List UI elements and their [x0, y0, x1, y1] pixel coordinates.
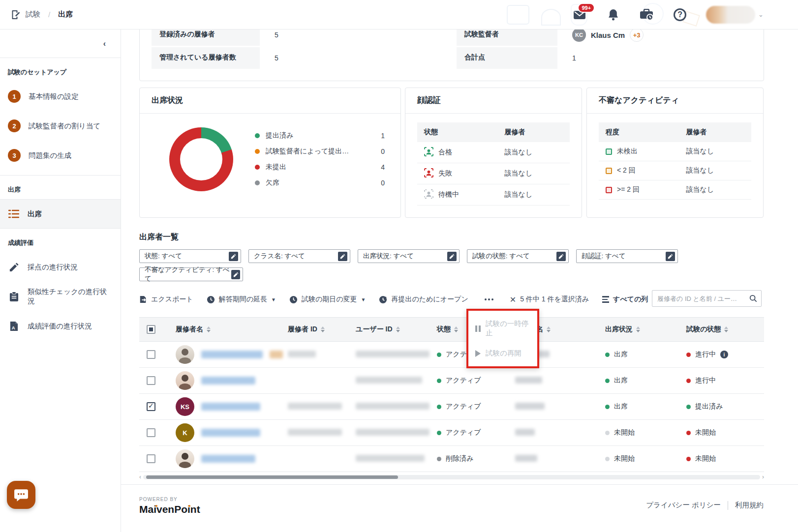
- filter-bar: 状態: すべて クラス名: すべて 出席状況: すべて 試験の状態: すべて 顔…: [139, 249, 700, 281]
- row-checkbox[interactable]: [147, 350, 155, 359]
- export-button[interactable]: エクスポート: [139, 295, 193, 304]
- edit-filter-icon[interactable]: [447, 252, 457, 261]
- scroll-right-arrow[interactable]: ›: [762, 473, 764, 480]
- avatar: KS: [176, 397, 194, 416]
- row-checkbox[interactable]: [147, 402, 155, 411]
- row-checkbox[interactable]: [147, 428, 155, 437]
- collapse-sidebar-button[interactable]: ‹: [103, 39, 106, 48]
- sidebar-item-evaluation-progress[interactable]: A 成績評価の進行状況: [0, 311, 121, 341]
- sidebar-item-label: 試験監督者の割り当て: [29, 121, 100, 131]
- filter-attendance[interactable]: 出席状況: すべて: [358, 249, 460, 263]
- scrollbar-thumb[interactable]: [146, 475, 398, 479]
- breadcrumb-separator: /: [48, 10, 50, 19]
- top-bar: 試験 / 出席 99+ ? ⌄: [0, 0, 798, 30]
- extend-answer-period-button[interactable]: 解答期間の延長 ▼: [207, 295, 276, 304]
- info-icon[interactable]: i: [720, 351, 728, 358]
- class-name-blurred: [515, 403, 545, 410]
- filter-status[interactable]: 状態: すべて: [139, 249, 241, 263]
- sidebar-item-generate-questions[interactable]: 3 問題集の生成: [0, 141, 121, 170]
- attendee-name-blurred[interactable]: [201, 455, 255, 463]
- suspicious-activity-card: 不審なアクティビティ 程度 履修者 未検出 該当なし < 2 回 該当なし >=…: [586, 88, 764, 218]
- filter-exam-state[interactable]: 試験の状態: すべて: [467, 249, 569, 263]
- select-all-checkbox[interactable]: [147, 325, 155, 334]
- edit-filter-icon[interactable]: [556, 252, 566, 261]
- edit-filter-icon[interactable]: [666, 252, 675, 261]
- sidebar-item-basic-info[interactable]: 1 基本情報の設定: [0, 82, 121, 111]
- exam-state-dot: [686, 457, 691, 461]
- female-icon: ♀: [191, 384, 195, 390]
- scroll-left-arrow[interactable]: ‹: [139, 473, 141, 480]
- filter-face[interactable]: 顔認証: すべて: [576, 249, 678, 263]
- help-icon[interactable]: ?: [673, 7, 687, 22]
- clear-selection-button[interactable]: ✕ 5 件中 1 件を選択済み: [510, 295, 589, 304]
- card-title: 不審なアクティビティ: [587, 88, 763, 114]
- attendance-label: 出席: [614, 350, 628, 358]
- proctor-tools-icon[interactable]: [639, 7, 654, 22]
- inbox-icon[interactable]: 99+: [572, 7, 587, 22]
- more-proctors-badge[interactable]: +3: [630, 28, 644, 42]
- search-input[interactable]: [657, 295, 749, 302]
- columns-button[interactable]: すべての列 ▼: [602, 295, 657, 304]
- suspicious-row-gte2: >= 2 回 該当なし: [599, 180, 751, 200]
- sidebar-item-grading-progress[interactable]: 採点の進行状況: [0, 252, 121, 282]
- legend-item-not-submitted: 未提出 4: [255, 163, 385, 172]
- summary-label-total-score: 合計点: [457, 47, 557, 69]
- name-badge-blurred: [270, 351, 283, 358]
- column-header-attendance[interactable]: 出席状況: [605, 325, 672, 334]
- sort-icon: [724, 326, 728, 332]
- column-header-student-id[interactable]: 履修者 ID: [288, 325, 356, 334]
- change-due-date-button[interactable]: 試験の期日の変更 ▼: [289, 295, 366, 304]
- edit-filter-icon[interactable]: [338, 252, 347, 261]
- attendance-dot: [605, 457, 610, 461]
- app-window: 試験 / 出席 99+ ? ⌄ ‹: [0, 0, 798, 532]
- sidebar-item-label: 出席: [28, 209, 42, 219]
- search-icon[interactable]: [749, 295, 757, 302]
- filter-suspicious[interactable]: 不審なアクティビティ: すべて: [139, 267, 243, 281]
- chat-button[interactable]: [7, 481, 35, 509]
- attendee-search: [652, 290, 762, 307]
- attendee-name-blurred[interactable]: [201, 429, 260, 437]
- attendee-name-blurred[interactable]: [201, 351, 263, 358]
- student-id-blurred: [288, 351, 316, 357]
- breadcrumb-exam[interactable]: 試験: [26, 10, 40, 19]
- attendee-name-blurred[interactable]: [201, 377, 255, 384]
- filter-class[interactable]: クラス名: すべて: [248, 249, 350, 263]
- user-id-blurred: [356, 377, 422, 384]
- user-menu[interactable]: ⌄: [706, 6, 764, 24]
- sidebar-item-similarity-progress[interactable]: 類似性チェックの進行状況: [0, 282, 121, 311]
- terms-link[interactable]: 利用規約: [735, 501, 764, 510]
- sidebar-item-assign-proctor[interactable]: 2 試験監督者の割り当て: [0, 111, 121, 141]
- breadcrumb-current: 出席: [58, 10, 73, 19]
- exam-state-dot: [686, 353, 691, 357]
- menu-item-pause-exam[interactable]: 試験の一時停止: [468, 314, 537, 343]
- user-id-blurred: [356, 403, 430, 410]
- column-header-name[interactable]: 履修者名: [176, 325, 211, 334]
- privacy-policy-link[interactable]: プライバシー ポリシー: [646, 501, 721, 510]
- class-name-blurred: [515, 377, 542, 384]
- more-actions-button[interactable]: [482, 298, 496, 300]
- sort-icon: [321, 326, 325, 332]
- brand-logo: MaivenPoint: [139, 503, 200, 515]
- reopen-resubmission-button[interactable]: 再提出のためにオープン: [379, 295, 468, 304]
- column-header-user-id[interactable]: ユーザー ID: [356, 325, 437, 334]
- attendance-dot: [605, 431, 610, 435]
- row-checkbox[interactable]: [147, 376, 155, 385]
- male-icon: ♂: [191, 462, 195, 468]
- row-checkbox[interactable]: [147, 454, 155, 463]
- menu-item-resume-exam[interactable]: 試験の再開: [468, 343, 537, 363]
- edit-filter-icon[interactable]: [231, 270, 240, 279]
- class-name-blurred: [515, 455, 537, 462]
- clock-icon: [207, 296, 215, 304]
- edit-filter-icon[interactable]: [229, 252, 238, 261]
- column-header-exam-state[interactable]: 試験の状態: [686, 325, 728, 334]
- attendance-donut-chart: [169, 127, 233, 191]
- scrollbar-track[interactable]: [143, 475, 760, 479]
- chat-bubble-icon: [14, 488, 29, 502]
- bell-icon[interactable]: [606, 7, 620, 22]
- attendee-name-blurred[interactable]: [201, 403, 260, 411]
- svg-text:A: A: [11, 325, 15, 330]
- exam-state-dot: [686, 379, 691, 383]
- sidebar: ‹ 試験のセットアップ 1 基本情報の設定 2 試験監督者の割り当て 3 問題集…: [0, 30, 121, 532]
- sidebar-item-attendance[interactable]: 出席: [0, 199, 121, 229]
- sidebar-item-label: 採点の進行状況: [28, 263, 78, 272]
